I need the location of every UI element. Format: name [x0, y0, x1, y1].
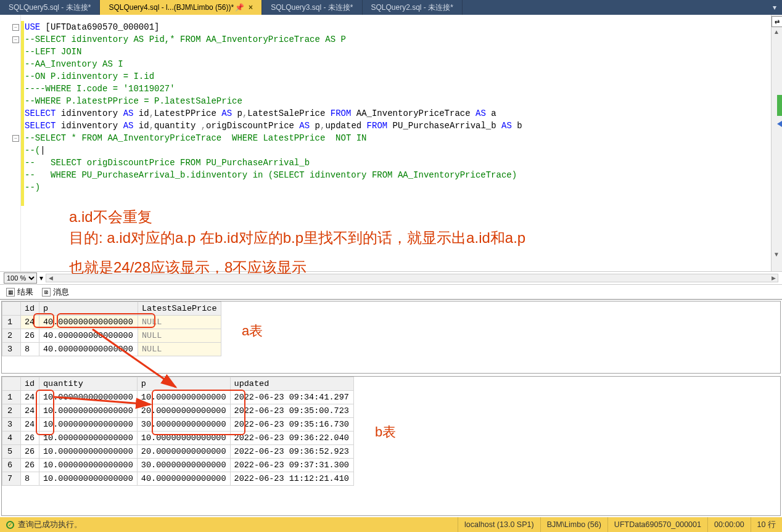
table-cell[interactable]: 10.000000000000000	[39, 418, 138, 432]
vertical-scrollbar[interactable]: ⇄ ▲ ▼	[771, 15, 782, 271]
caret-marker	[777, 121, 782, 127]
table-cell[interactable]: 30.00000000000000	[137, 459, 230, 472]
table-cell[interactable]: 26	[21, 432, 39, 445]
messages-icon: 🗎	[42, 288, 51, 297]
row-header[interactable]: 3	[2, 418, 21, 432]
table-cell[interactable]: 2022-06-23 09:37:31.300	[230, 459, 353, 472]
column-header[interactable]: p	[39, 302, 138, 316]
table-cell[interactable]: NULL	[138, 343, 221, 356]
row-header[interactable]: 3	[2, 343, 21, 356]
tab-query-5[interactable]: SQLQuery5.sql - 未连接*	[0, 0, 100, 15]
table-cell[interactable]: 24	[21, 391, 39, 404]
code-line[interactable]: --AA_Inventory AS I	[25, 58, 771, 70]
table-cell[interactable]: 24	[21, 404, 39, 418]
code-line[interactable]: USE [UFTData690570_000001]	[25, 21, 771, 33]
table-cell[interactable]: 8	[21, 472, 39, 486]
result-grid-a[interactable]: idpLatestSalePrice12440.000000000000000N…	[1, 301, 781, 374]
code-line[interactable]: SELECT idinventory AS id,quantity ,origD…	[25, 120, 771, 132]
code-line[interactable]: -- WHERE PU_PurchaseArrival_b.idinventor…	[25, 169, 771, 181]
table-cell[interactable]: 26	[21, 459, 39, 472]
fold-toggle[interactable]: −	[12, 135, 19, 142]
table-cell[interactable]: 10.000000000000000	[39, 391, 138, 404]
row-header[interactable]: 5	[2, 445, 21, 459]
code-line[interactable]: SELECT idinventory AS id,LatestPPrice AS…	[25, 107, 771, 120]
results-area: idpLatestSalePrice12440.000000000000000N…	[0, 300, 782, 517]
result-grid-b[interactable]: idquantitypupdated12410.0000000000000001…	[1, 376, 781, 516]
table-cell[interactable]: 10.00000000000000	[137, 391, 230, 404]
table-cell[interactable]: 20.00000000000000	[137, 445, 230, 459]
tab-query-3[interactable]: SQLQuery3.sql - 未连接*	[262, 0, 362, 15]
row-header[interactable]: 1	[2, 316, 21, 329]
column-header[interactable]: updated	[230, 377, 353, 391]
column-header[interactable]: id	[21, 302, 39, 316]
row-header[interactable]: 2	[2, 404, 21, 418]
table-cell[interactable]: NULL	[138, 316, 221, 329]
scroll-right-icon[interactable]: ▶	[769, 274, 778, 282]
column-header[interactable]: LatestSalePrice	[138, 302, 221, 316]
table-cell[interactable]: 20.00000000000000	[137, 404, 230, 418]
scroll-down-icon[interactable]: ▼	[773, 251, 780, 258]
table-cell[interactable]: 2022-06-23 09:36:52.923	[230, 445, 353, 459]
table-cell[interactable]: 24	[21, 316, 39, 329]
editor-gutter: −−−	[0, 15, 21, 271]
code-line[interactable]: --SELECT idinventory AS Pid,* FROM AA_In…	[25, 33, 771, 46]
scroll-up-icon[interactable]: ▲	[773, 28, 780, 35]
column-header[interactable]: id	[21, 377, 39, 391]
table-cell[interactable]: 2022-06-23 09:34:41.297	[230, 391, 353, 404]
tab-overflow-button[interactable]: ▾	[767, 0, 782, 15]
split-view-button[interactable]: ⇄	[772, 16, 782, 27]
table-cell[interactable]: 10.00000000000000	[137, 432, 230, 445]
table-cell[interactable]: 26	[21, 329, 39, 343]
messages-tab[interactable]: 🗎 消息	[42, 287, 69, 298]
row-header[interactable]: 7	[2, 472, 21, 486]
table-cell[interactable]: 2022-06-23 09:36:22.040	[230, 432, 353, 445]
row-header[interactable]: 4	[2, 432, 21, 445]
tab-query-2[interactable]: SQLQuery2.sql - 未连接*	[363, 0, 463, 15]
row-header[interactable]: 6	[2, 459, 21, 472]
fold-toggle[interactable]: −	[12, 24, 19, 31]
table-cell[interactable]: 40.00000000000000	[137, 472, 230, 486]
row-header[interactable]: 1	[2, 391, 21, 404]
code-line[interactable]: --ON P.idinventory = I.id	[25, 70, 771, 83]
tab-query-4[interactable]: SQLQuery4.sql - l...(BJM\Limbo (56))* 📌 …	[100, 0, 262, 15]
code-line[interactable]: --LEFT JOIN	[25, 46, 771, 58]
row-header[interactable]: 2	[2, 329, 21, 343]
results-tab-bar: ▦ 结果 🗎 消息	[0, 285, 782, 300]
zoom-select[interactable]: 100 %	[4, 272, 37, 284]
code-line[interactable]: --WHERE P.latestPPrice = P.latestSalePri…	[25, 95, 771, 107]
code-area[interactable]: USE [UFTData690570_000001]--SELECT idinv…	[21, 15, 771, 271]
table-cell[interactable]: 40.000000000000000	[39, 329, 138, 343]
table-cell[interactable]: 40.000000000000000	[39, 316, 138, 329]
zoom-dropdown-icon[interactable]: ▾	[39, 274, 43, 282]
fold-toggle[interactable]: −	[12, 36, 19, 43]
checkmark-icon: ✓	[6, 521, 14, 529]
table-cell[interactable]: 30.00000000000000	[137, 418, 230, 432]
table-cell[interactable]: 10.000000000000000	[39, 459, 138, 472]
table-cell[interactable]: 10.000000000000000	[39, 432, 138, 445]
table-cell[interactable]: 26	[21, 445, 39, 459]
table-cell[interactable]: 40.000000000000000	[39, 343, 138, 356]
pin-icon[interactable]: 📌	[236, 4, 242, 10]
tab-label: SQLQuery5.sql - 未连接*	[9, 2, 91, 13]
table-cell[interactable]: 8	[21, 343, 39, 356]
row-header-corner	[2, 302, 21, 316]
table-cell[interactable]: 2022-06-23 09:35:16.730	[230, 418, 353, 432]
table-cell[interactable]: 10.000000000000000	[39, 445, 138, 459]
code-line[interactable]: --SELECT * FROM AA_InventoryPriceTrace W…	[25, 132, 771, 144]
table-cell[interactable]: 2022-06-23 11:12:21.410	[230, 472, 353, 486]
column-header[interactable]: p	[137, 377, 230, 391]
code-line[interactable]: -- SELECT origDiscountPrice FROM PU_Purc…	[25, 157, 771, 169]
horizontal-scrollbar[interactable]: ◀ ▶	[46, 274, 778, 282]
table-cell[interactable]: 2022-06-23 09:35:00.723	[230, 404, 353, 418]
code-line[interactable]: ----WHERE I.code = '10119027'	[25, 83, 771, 95]
code-line[interactable]: --)	[25, 181, 771, 194]
scroll-left-icon[interactable]: ◀	[46, 274, 55, 282]
results-tab[interactable]: ▦ 结果	[6, 287, 33, 298]
table-cell[interactable]: NULL	[138, 329, 221, 343]
table-cell[interactable]: 10.000000000000000	[39, 404, 138, 418]
code-line[interactable]: --(|	[25, 144, 771, 157]
table-cell[interactable]: 10.000000000000000	[39, 472, 138, 486]
column-header[interactable]: quantity	[39, 377, 138, 391]
table-cell[interactable]: 24	[21, 418, 39, 432]
close-icon[interactable]: ×	[249, 3, 253, 12]
